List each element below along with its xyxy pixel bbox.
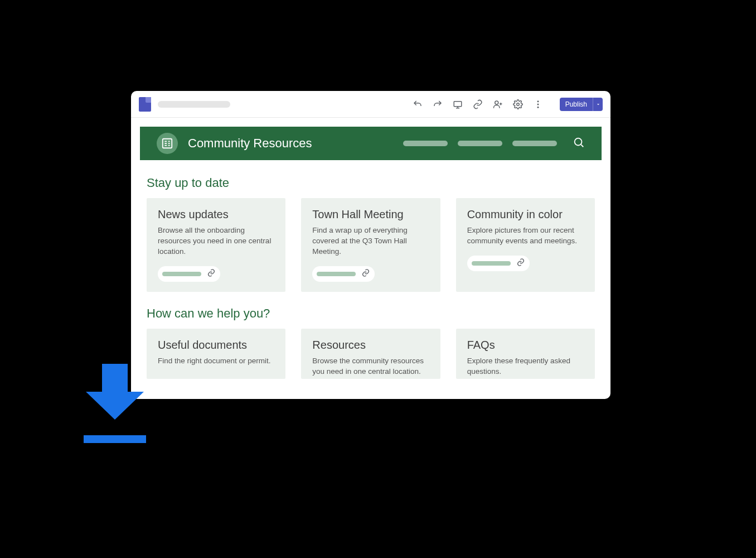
link-icon[interactable] bbox=[473, 99, 483, 109]
card-title: FAQs bbox=[467, 339, 584, 352]
card-desc: Find the right document or permit. bbox=[158, 356, 274, 367]
chip-label-placeholder bbox=[472, 261, 511, 266]
nav-item-placeholder[interactable] bbox=[512, 141, 557, 146]
svg-point-5 bbox=[537, 106, 539, 108]
svg-point-1 bbox=[495, 101, 498, 104]
preview-icon[interactable] bbox=[453, 99, 463, 109]
card-desc: Explore pictures from our recent communi… bbox=[467, 225, 584, 247]
card-news-updates[interactable]: News updates Browse all the onboarding r… bbox=[147, 198, 285, 292]
chip-label-placeholder bbox=[162, 272, 201, 276]
card-resources[interactable]: Resources Browse the community resources… bbox=[301, 329, 440, 379]
undo-icon[interactable] bbox=[413, 99, 423, 109]
document-title-placeholder[interactable] bbox=[158, 101, 230, 108]
svg-line-14 bbox=[581, 145, 583, 147]
publish-dropdown[interactable] bbox=[593, 98, 603, 111]
card-town-hall[interactable]: Town Hall Meeting Find a wrap up of ever… bbox=[301, 198, 440, 292]
redo-icon[interactable] bbox=[433, 99, 443, 109]
page-content: Stay up to date News updates Browse all … bbox=[131, 160, 610, 379]
publish-button-group: Publish bbox=[560, 98, 603, 111]
card-desc: Find a wrap up of everything covered at … bbox=[312, 225, 429, 257]
card-link-chip[interactable] bbox=[312, 266, 375, 282]
site-header: Community Resources bbox=[140, 127, 602, 160]
search-icon[interactable] bbox=[573, 136, 585, 151]
link-icon bbox=[207, 268, 216, 280]
settings-icon[interactable] bbox=[513, 99, 523, 109]
card-desc: Browse all the onboarding resources you … bbox=[158, 225, 274, 257]
sites-app-icon bbox=[139, 97, 151, 112]
link-icon bbox=[361, 268, 370, 280]
card-useful-docs[interactable]: Useful documents Find the right document… bbox=[147, 329, 285, 379]
svg-rect-6 bbox=[163, 139, 172, 148]
toolbar-icons bbox=[413, 99, 543, 109]
share-icon[interactable] bbox=[493, 99, 503, 109]
nav-item-placeholder[interactable] bbox=[458, 141, 502, 146]
card-title: Community in color bbox=[467, 208, 584, 221]
card-link-chip[interactable] bbox=[158, 266, 220, 282]
card-title: Resources bbox=[312, 339, 429, 352]
site-title: Community Resources bbox=[188, 136, 312, 151]
card-row: Useful documents Find the right document… bbox=[147, 329, 595, 379]
card-community-color[interactable]: Community in color Explore pictures from… bbox=[456, 198, 595, 292]
svg-point-13 bbox=[575, 138, 582, 146]
card-faqs[interactable]: FAQs Explore these frequently asked ques… bbox=[456, 329, 595, 379]
app-toolbar: Publish bbox=[131, 91, 610, 118]
nav-item-placeholder[interactable] bbox=[403, 141, 448, 146]
site-logo bbox=[157, 133, 178, 154]
card-link-chip[interactable] bbox=[467, 256, 530, 271]
more-icon[interactable] bbox=[533, 99, 543, 109]
section-heading: Stay up to date bbox=[147, 176, 595, 190]
svg-point-4 bbox=[537, 103, 539, 105]
link-icon bbox=[516, 258, 525, 269]
app-window: Publish Community Resources Stay up to d… bbox=[131, 91, 610, 399]
card-desc: Explore these frequently asked questions… bbox=[467, 356, 584, 377]
card-row: News updates Browse all the onboarding r… bbox=[147, 198, 595, 292]
svg-point-3 bbox=[537, 100, 539, 102]
publish-button[interactable]: Publish bbox=[560, 98, 593, 111]
download-icon bbox=[84, 364, 146, 448]
card-title: News updates bbox=[158, 208, 274, 221]
svg-point-2 bbox=[516, 103, 519, 105]
section-heading: How can we help you? bbox=[147, 306, 595, 321]
card-title: Useful documents bbox=[158, 339, 274, 352]
card-title: Town Hall Meeting bbox=[312, 208, 429, 221]
card-desc: Browse the community resources you need … bbox=[312, 356, 429, 377]
svg-rect-0 bbox=[454, 101, 462, 106]
chip-label-placeholder bbox=[317, 272, 356, 276]
